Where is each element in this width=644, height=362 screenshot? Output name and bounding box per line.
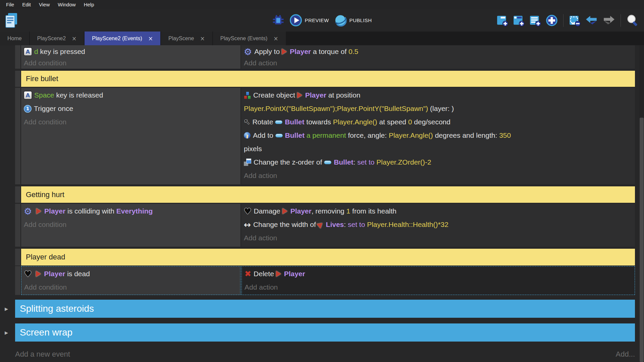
preview-button[interactable]: PREVIEW: [290, 14, 329, 26]
events-sheet-icon[interactable]: [4, 12, 19, 29]
event-row[interactable]: Player is colliding with Everything Add …: [15, 204, 635, 247]
scrollbar-thumb[interactable]: [640, 118, 644, 362]
add-condition-button[interactable]: Add condition: [24, 57, 238, 69]
condition-line[interactable]: Player is colliding with Everything: [24, 204, 238, 218]
add-subevent-icon[interactable]: [513, 14, 525, 26]
menu-bar: File Edit View Window Help: [0, 0, 644, 9]
bullet-icon: [275, 120, 282, 124]
text-segment: key is pressed: [38, 48, 85, 56]
text-segment: is colliding with: [65, 207, 116, 215]
create-icon: [244, 92, 251, 99]
menu-help[interactable]: Help: [80, 0, 98, 9]
menu-file[interactable]: File: [2, 0, 18, 9]
comment-row[interactable]: Fire bullet: [15, 71, 635, 87]
drag-handle[interactable]: [15, 45, 21, 69]
action-line[interactable]: Damage Player, removing 1 from its healt…: [244, 204, 633, 218]
add-condition-button[interactable]: Add condition: [24, 218, 238, 231]
actions-cell[interactable]: Create object Player at position Player.…: [240, 88, 635, 184]
action-line[interactable]: pixels: [244, 142, 633, 156]
tab-close-icon[interactable]: ×: [200, 35, 205, 42]
group-row-screen-wrap[interactable]: Screen wrap: [15, 323, 635, 342]
undo-icon[interactable]: [585, 14, 598, 26]
action-line[interactable]: Rotate Bullet towards Player.Angle() at …: [244, 115, 633, 129]
add-condition-button[interactable]: Add condition: [24, 281, 238, 294]
event-row[interactable]: d key is pressed Add condition Apply to …: [15, 45, 635, 69]
drag-handle[interactable]: [15, 186, 21, 203]
text-segment: is dead: [65, 270, 90, 278]
add-new-icon[interactable]: [545, 14, 558, 27]
conditions-cell[interactable]: Space key is released Trigger once Add c…: [21, 88, 240, 184]
action-line[interactable]: Change the width of Lives: set to Player…: [244, 218, 633, 231]
condition-line[interactable]: d key is pressed: [24, 46, 238, 57]
add-event-icon[interactable]: [496, 14, 509, 26]
actions-cell[interactable]: Damage Player, removing 1 from its healt…: [240, 204, 635, 247]
tab-playscene-events[interactable]: PlayScene (Events) ×: [213, 32, 286, 45]
conditions-cell[interactable]: Player is colliding with Everything Add …: [21, 204, 240, 247]
drag-handle[interactable]: [15, 249, 21, 265]
text-segment: d: [34, 48, 38, 56]
add-button[interactable]: Add...: [616, 350, 635, 359]
add-condition-button[interactable]: Add condition: [24, 115, 238, 129]
drag-handle[interactable]: [15, 266, 21, 295]
action-line[interactable]: Player.PointX("BulletSpawn");Player.Poin…: [244, 102, 633, 115]
add-action-button[interactable]: Add action: [244, 169, 633, 182]
tab-label: PlayScene2 (Events): [92, 36, 142, 42]
actions-cell[interactable]: Delete Player Add action: [241, 266, 635, 295]
text-segment: Player: [44, 207, 65, 215]
debugger-icon[interactable]: [272, 14, 284, 26]
add-new-event-button[interactable]: Add a new event: [15, 350, 70, 359]
bottom-add-row: Add a new event Add...: [15, 342, 635, 362]
add-action-button[interactable]: Add action: [244, 57, 633, 69]
conditions-cell[interactable]: Player is dead Add condition: [21, 266, 240, 295]
condition-line[interactable]: Player is dead: [24, 267, 238, 281]
tab-playscene2[interactable]: PlayScene2 ×: [30, 32, 85, 45]
text-segment: Apply to: [254, 48, 282, 56]
menu-edit[interactable]: Edit: [18, 0, 35, 9]
text-segment: from its health: [350, 207, 396, 215]
scrollbar-track[interactable]: [639, 45, 644, 362]
drag-handle[interactable]: [15, 88, 21, 184]
drag-handle[interactable]: [15, 71, 21, 87]
action-line[interactable]: Apply to Player a torque of 0.5: [244, 46, 633, 57]
menu-view[interactable]: View: [35, 0, 54, 9]
toolbar-separator: [621, 14, 621, 27]
action-line[interactable]: Create object Player at position: [244, 88, 633, 102]
redo-icon[interactable]: [602, 14, 615, 26]
tab-close-icon[interactable]: ×: [273, 35, 278, 42]
tab-close-icon[interactable]: ×: [72, 35, 76, 42]
tab-home[interactable]: Home: [0, 32, 30, 45]
zorder-icon: [244, 159, 251, 166]
search-icon[interactable]: [626, 14, 639, 27]
add-action-button[interactable]: Add action: [245, 281, 633, 294]
comment-row[interactable]: Player dead: [15, 249, 635, 265]
add-comment-icon[interactable]: [529, 14, 542, 26]
event-row-selected[interactable]: Player is dead Add condition Delete Play…: [15, 266, 635, 295]
expand-arrow-icon[interactable]: [5, 305, 8, 313]
condition-line[interactable]: Space key is released: [24, 88, 238, 102]
group-row-splitting-asteroids[interactable]: Splitting asteroids: [15, 300, 635, 318]
comment-text[interactable]: Fire bullet: [21, 71, 635, 87]
tab-playscene[interactable]: PlayScene ×: [161, 32, 213, 45]
comment-text[interactable]: Getting hurt: [21, 186, 635, 203]
text-segment: Delete: [254, 270, 276, 278]
condition-line[interactable]: Trigger once: [24, 102, 238, 115]
text-segment: key is released: [54, 91, 103, 99]
tab-close-icon[interactable]: ×: [148, 35, 153, 42]
text-segment: Player: [290, 207, 312, 215]
tab-label: PlayScene (Events): [220, 36, 268, 42]
publish-button[interactable]: PUBLISH: [334, 14, 372, 26]
expand-arrow-icon[interactable]: [5, 328, 8, 337]
action-line[interactable]: Add to Bullet a permanent force, angle: …: [244, 129, 633, 142]
menu-window[interactable]: Window: [54, 0, 79, 9]
event-row[interactable]: Space key is released Trigger once Add c…: [15, 88, 635, 184]
conditions-cell[interactable]: d key is pressed Add condition: [21, 45, 240, 69]
remove-selection-icon[interactable]: [569, 14, 581, 26]
comment-row[interactable]: Getting hurt: [15, 186, 635, 203]
add-action-button[interactable]: Add action: [244, 231, 633, 245]
actions-cell[interactable]: Apply to Player a torque of 0.5 Add acti…: [240, 45, 635, 69]
action-line[interactable]: Delete Player: [245, 267, 633, 281]
tab-playscene2-events[interactable]: PlayScene2 (Events) ×: [85, 32, 161, 45]
drag-handle[interactable]: [15, 204, 21, 247]
comment-text[interactable]: Player dead: [21, 249, 635, 265]
action-line[interactable]: Change the z-order of Bullet: set to Pla…: [244, 156, 633, 169]
